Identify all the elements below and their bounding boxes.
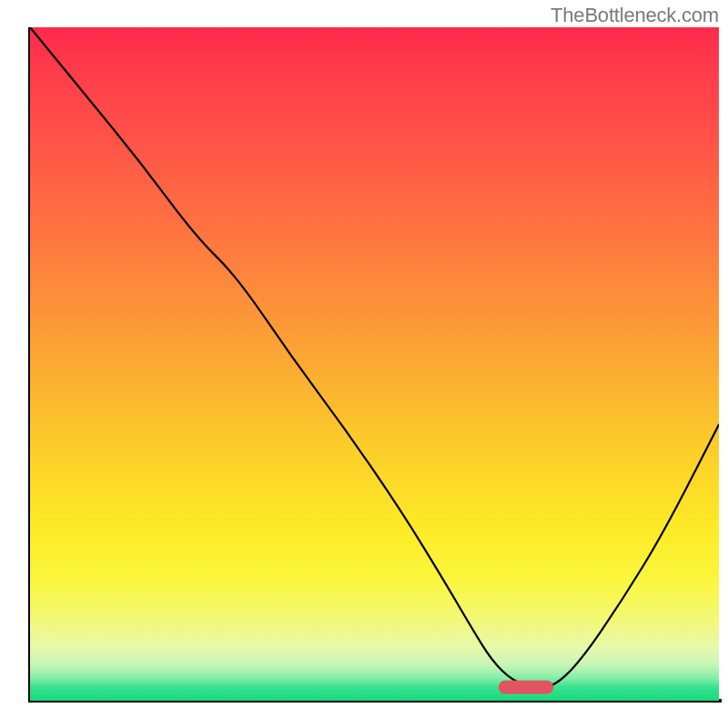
bottleneck-curve <box>30 27 719 687</box>
plot-area <box>30 27 719 701</box>
attribution-text: TheBottleneck.com <box>551 4 719 27</box>
chart-svg <box>30 27 719 701</box>
chart-container: TheBottleneck.com <box>0 0 728 728</box>
target-band-marker <box>499 681 554 694</box>
